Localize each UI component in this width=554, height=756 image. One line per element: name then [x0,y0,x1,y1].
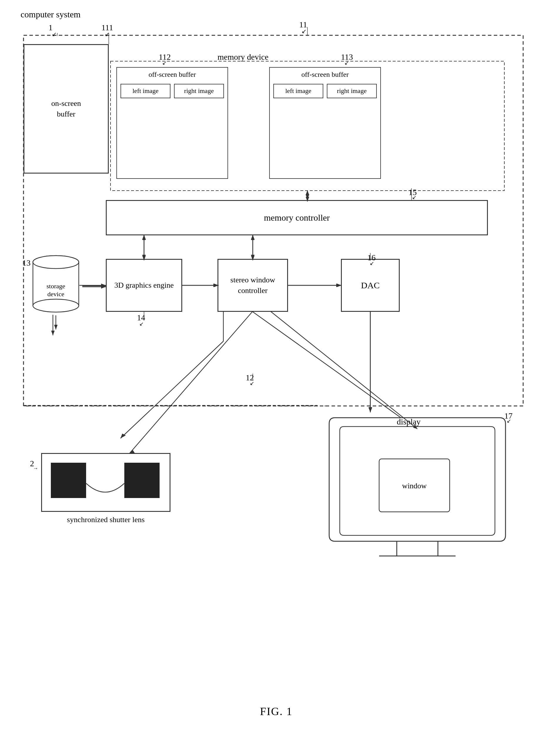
bracket-1: ↙ [52,31,57,38]
left-image-1-box: left image [120,84,170,98]
onscreen-buffer-label: on-screen buffer [45,98,87,120]
graphics-engine-label: 3D graphics engine [114,280,174,291]
left-image-1-label: left image [122,87,169,95]
onscreen-buffer-box: on-screen buffer [23,44,109,173]
bracket-11: ↙ [301,28,307,35]
svg-marker-54 [251,235,255,240]
svg-marker-3 [306,191,309,195]
left-image-2-box: left image [273,84,323,98]
left-image-2-label: left image [275,87,322,95]
bracket-2: → [33,465,38,471]
left-lens [51,463,86,498]
display-svg: window [326,412,508,576]
svg-text:device: device [47,290,64,298]
svg-marker-11 [336,284,341,287]
svg-marker-48 [306,190,309,195]
storage-device-svg: storage device [30,252,82,316]
offscreen-buffer-1-box: off-screen buffer left image right image [116,67,228,179]
svg-text:window: window [402,482,427,490]
offscreen-buffer-2-label: off-screen buffer [270,68,380,79]
right-image-1-label: right image [176,87,222,95]
arrow-storage-graphics [82,283,109,291]
dac-box: DAC [341,259,400,312]
bracket-17: ↙ [507,418,511,424]
bracket-112: ↙ [162,60,167,66]
svg-line-60 [129,311,253,454]
figure-label: FIG. 1 [260,705,292,718]
svg-marker-24 [369,407,372,412]
shutter-lens-label: synchronized shutter lens [41,515,170,524]
right-image-2-box: right image [327,84,377,98]
offscreen-buffer-1-label: off-screen buffer [117,68,227,79]
dac-label: DAC [361,280,379,290]
shutter-lens-box [41,453,170,512]
right-image-2-label: right image [329,87,375,95]
offscreen-buffer-2-box: off-screen buffer left image right image [269,67,381,179]
svg-marker-7 [142,235,146,240]
display-label: display [397,417,421,426]
svg-point-37 [33,256,79,268]
bracket-14: ↙ [139,321,144,327]
stereo-window-box: stereo window controller [218,259,288,312]
bracket-16: ↙ [370,260,374,266]
svg-marker-68 [54,325,58,330]
right-image-1-box: right image [174,84,224,98]
svg-marker-18 [51,331,55,335]
memory-controller-box: memory controller [106,200,488,235]
svg-line-21 [120,341,223,438]
stereo-window-label: stereo window controller [218,275,287,296]
nose-bridge-svg [86,483,124,501]
svg-marker-14 [251,235,255,240]
svg-marker-41 [101,285,106,289]
bracket-113: ↙ [344,60,349,66]
bracket-15: ↙ [412,194,417,201]
svg-marker-22 [120,434,126,438]
svg-marker-51 [142,235,146,240]
graphics-engine-box: 3D graphics engine [106,259,182,312]
svg-point-36 [33,299,79,312]
display-container: window display [326,412,508,578]
right-lens [124,463,160,498]
bracket-111: ↙ [105,31,110,38]
bracket-12: ↙ [250,380,254,387]
memory-controller-label: memory controller [264,213,330,223]
svg-line-64 [270,311,417,429]
svg-text:storage: storage [46,283,65,290]
svg-marker-49 [306,194,309,199]
memory-device-label: memory device [218,52,268,62]
computer-system-label: computer system [20,9,80,19]
